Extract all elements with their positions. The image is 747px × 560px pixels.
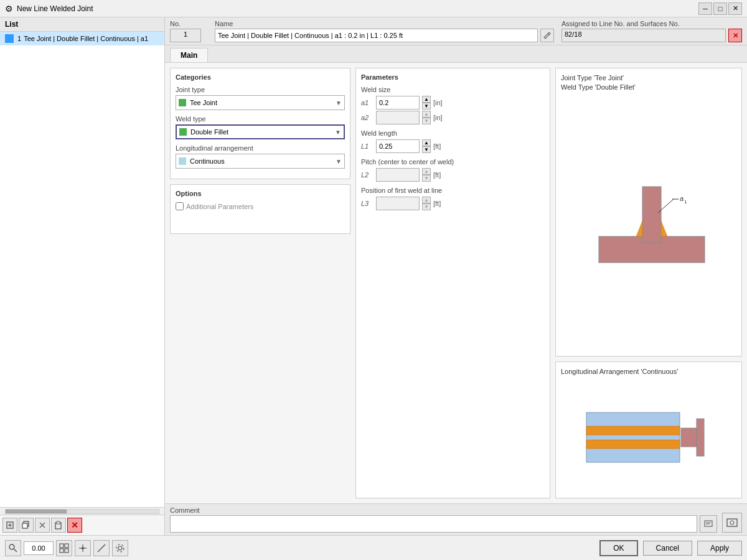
l1-down-button[interactable]: ▼ [422, 146, 431, 153]
joint-type-dropdown[interactable]: Tee Joint ▼ [176, 95, 345, 110]
coordinate-input[interactable] [24, 541, 54, 555]
weld-type-value: Double Fillet [190, 128, 228, 136]
position-group: Position of first weld at line L3 ▲ ▼ [f… [361, 187, 545, 210]
svg-rect-33 [65, 549, 68, 553]
main-content-area: Categories Joint type Tee Joint ▼ [165, 63, 747, 503]
ok-button[interactable]: OK [599, 540, 637, 556]
app-icon: ⚙ [5, 4, 13, 14]
weld-type-dropdown[interactable]: Double Fillet ▼ [176, 124, 345, 139]
a1-spinners: ▲ ▼ [422, 96, 431, 110]
grid-icon [59, 543, 69, 553]
cancel-button[interactable]: Cancel [643, 541, 692, 556]
no-label: No. [170, 20, 207, 27]
tab-main[interactable]: Main [170, 48, 208, 62]
a2-input[interactable] [376, 111, 420, 124]
new-item-button[interactable] [2, 518, 17, 533]
a1-input[interactable] [376, 96, 420, 110]
list-content: 1 Tee Joint | Double Fillet | Continuous… [0, 32, 164, 507]
no-input[interactable]: 1 [170, 29, 201, 42]
paste-item-button[interactable] [51, 518, 66, 533]
joint-diagram-title: Joint Type 'Tee Joint' Weld Type 'Double… [561, 73, 736, 93]
settings-button[interactable] [112, 540, 128, 556]
diagram-action-area [722, 513, 742, 533]
a2-label: a2 [361, 114, 374, 121]
scroll-track [5, 509, 159, 514]
joint-title-line1: Joint Type 'Tee Joint' [561, 74, 624, 82]
joint-diagram-svg-area: a 1 [561, 98, 736, 351]
svg-line-29 [14, 549, 17, 552]
edit-icon [543, 31, 552, 40]
l3-input[interactable] [376, 197, 420, 210]
name-input-row [215, 29, 554, 42]
cut-item-button[interactable] [35, 518, 50, 533]
minimize-button[interactable]: ─ [698, 2, 712, 15]
l2-unit: [ft] [433, 171, 452, 179]
l3-up-button[interactable]: ▲ [422, 197, 431, 203]
bottom-left-tools [5, 540, 128, 556]
maximize-button[interactable]: □ [713, 2, 727, 15]
weld-size-label: Weld size [361, 86, 545, 93]
delete-icon: ✕ [71, 520, 78, 530]
svg-rect-26 [727, 519, 737, 526]
continuous-diagram-box: Longitudinal Arrangement 'Continuous' [555, 362, 742, 498]
weld-type-label: Weld type [176, 115, 345, 123]
a2-down-button[interactable]: ▼ [422, 118, 431, 124]
weld-length-group: Weld length L1 ▲ ▼ [ft] [361, 129, 545, 153]
paste-icon [54, 521, 63, 530]
l2-up-button[interactable]: ▲ [422, 168, 431, 175]
svg-rect-8 [57, 521, 60, 524]
copy-item-button[interactable] [19, 518, 34, 533]
a2-up-button[interactable]: ▲ [422, 111, 431, 118]
comment-input[interactable] [170, 515, 697, 533]
edit-name-button[interactable] [540, 29, 554, 42]
joint-type-group: Joint type Tee Joint ▼ [176, 86, 345, 110]
list-toolbar: ✕ [0, 515, 164, 535]
l2-input[interactable] [376, 168, 420, 182]
comment-edit-button[interactable] [700, 515, 717, 533]
options-box: Options Additional Parameters [170, 184, 350, 234]
delete-item-button[interactable]: ✕ [67, 518, 82, 533]
categories-title: Categories [176, 73, 345, 81]
tabs-area: Main [165, 45, 747, 63]
list-item-icon [5, 34, 14, 43]
l1-input[interactable] [376, 139, 420, 153]
params-area: Parameters Weld size a1 ▲ ▼ [355, 68, 550, 498]
snap-button[interactable] [75, 540, 91, 556]
long-arr-group: Longitudinal arrangement Continuous ▼ [176, 144, 345, 169]
weld-type-arrow-icon: ▼ [335, 129, 341, 136]
measure-button[interactable] [93, 540, 110, 556]
titlebar: ⚙ New Line Welded Joint ─ □ ✕ [0, 0, 747, 17]
l2-spinners: ▲ ▼ [422, 168, 431, 182]
long-arr-dropdown[interactable]: Continuous ▼ [176, 154, 345, 169]
l2-row: L2 ▲ ▼ [ft] [361, 168, 545, 182]
params-title: Parameters [361, 73, 545, 81]
search-icon [8, 543, 18, 553]
svg-rect-21 [681, 428, 697, 447]
right-panel: No. 1 Name Assigned to Line No. and Surf… [165, 17, 747, 535]
svg-rect-20 [586, 440, 680, 449]
svg-rect-30 [60, 544, 63, 548]
view-diagram-button[interactable] [722, 513, 742, 533]
unassign-button[interactable]: ✕ [728, 29, 742, 42]
svg-marker-13 [661, 221, 667, 236]
apply-button[interactable]: Apply [697, 541, 742, 556]
svg-point-36 [82, 547, 84, 549]
l3-down-button[interactable]: ▼ [422, 203, 431, 210]
search-button[interactable] [5, 540, 21, 556]
list-item[interactable]: 1 Tee Joint | Double Fillet | Continuous… [0, 32, 164, 45]
no-name-header: No. 1 Name Assigned to Line No. and Surf… [165, 17, 747, 45]
titlebar-left: ⚙ New Line Welded Joint [5, 4, 93, 14]
l1-up-button[interactable]: ▲ [422, 139, 431, 146]
close-button[interactable]: ✕ [728, 2, 742, 15]
joint-type-label: Joint type [176, 86, 345, 93]
grid-button[interactable] [56, 540, 72, 556]
a2-spinners: ▲ ▼ [422, 111, 431, 124]
a1-up-button[interactable]: ▲ [422, 96, 431, 103]
a1-down-button[interactable]: ▼ [422, 103, 431, 110]
continuous-title: Longitudinal Arrangement 'Continuous' [561, 368, 678, 375]
name-input[interactable] [215, 29, 538, 42]
l2-down-button[interactable]: ▼ [422, 175, 431, 182]
list-item-number: 1 [17, 35, 21, 42]
additional-params-checkbox[interactable] [176, 202, 184, 210]
l3-row: L3 ▲ ▼ [ft] [361, 197, 545, 210]
